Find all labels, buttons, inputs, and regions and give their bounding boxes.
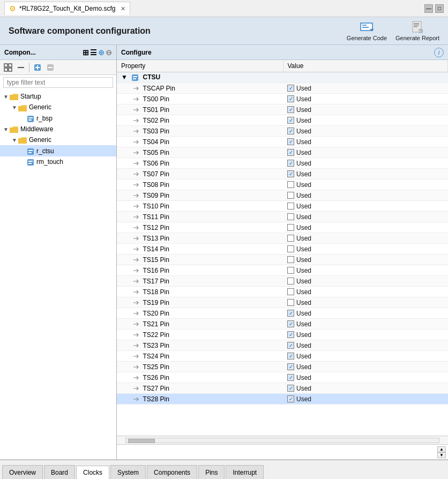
- table-row[interactable]: TS25 Pin Used: [117, 362, 448, 372]
- tree-toggle[interactable]: ▼: [2, 126, 10, 132]
- tree-item-r_ctsu[interactable]: r_ctsu: [0, 145, 116, 156]
- tab-overview[interactable]: Overview: [2, 465, 43, 479]
- checkbox[interactable]: [287, 288, 294, 295]
- value-cell[interactable]: Used: [283, 83, 448, 94]
- checkbox[interactable]: [287, 299, 294, 306]
- tree-toggle[interactable]: ▼: [11, 104, 18, 110]
- delete-button[interactable]: [44, 62, 56, 73]
- table-row[interactable]: TS18 Pin Used: [117, 287, 448, 297]
- value-cell[interactable]: Used: [283, 233, 448, 244]
- table-row[interactable]: TS06 Pin Used: [117, 158, 448, 169]
- table-row[interactable]: TS23 Pin Used: [117, 340, 448, 351]
- checkbox[interactable]: [287, 331, 294, 338]
- horizontal-scrollbar[interactable]: [117, 436, 448, 444]
- tree-item-generic1[interactable]: ▼ Generic: [0, 102, 116, 113]
- table-row[interactable]: TS24 Pin Used: [117, 351, 448, 362]
- tree-item-r_bsp[interactable]: r_bsp: [0, 113, 116, 124]
- table-row[interactable]: TS02 Pin Used: [117, 115, 448, 126]
- value-cell[interactable]: Used: [283, 244, 448, 255]
- value-cell[interactable]: Used: [283, 212, 448, 222]
- expand-all-button[interactable]: [2, 62, 14, 73]
- checkbox[interactable]: [287, 149, 294, 156]
- value-cell[interactable]: Used: [283, 372, 448, 383]
- checkbox[interactable]: [287, 310, 294, 317]
- checkbox[interactable]: [287, 213, 294, 220]
- checkbox[interactable]: [287, 245, 294, 252]
- info-icon[interactable]: i: [434, 48, 444, 57]
- table-row[interactable]: TS01 Pin Used: [117, 104, 448, 115]
- tab-components[interactable]: Components: [147, 465, 197, 479]
- close-tab-icon[interactable]: ✕: [121, 5, 125, 12]
- expand-icon[interactable]: ▼: [121, 73, 128, 81]
- value-cell[interactable]: Used: [283, 201, 448, 212]
- table-row[interactable]: TS07 Pin Used: [117, 169, 448, 179]
- checkbox[interactable]: [287, 278, 294, 285]
- checkbox[interactable]: [287, 320, 294, 327]
- table-row[interactable]: TS03 Pin Used: [117, 126, 448, 137]
- checkbox[interactable]: [287, 192, 294, 199]
- tab-interrupt[interactable]: Interrupt: [226, 465, 264, 479]
- checkbox[interactable]: [287, 160, 294, 167]
- checkbox[interactable]: [287, 138, 294, 145]
- tab-system[interactable]: System: [110, 465, 146, 479]
- table-row[interactable]: TS11 Pin Used: [117, 212, 448, 222]
- value-cell[interactable]: Used: [283, 265, 448, 276]
- component-view-icon[interactable]: ⊞: [83, 48, 89, 57]
- tab-board[interactable]: Board: [44, 465, 75, 479]
- value-cell[interactable]: Used: [283, 362, 448, 372]
- filter-input[interactable]: [3, 77, 113, 88]
- table-row[interactable]: TS14 Pin Used: [117, 244, 448, 255]
- tab[interactable]: ⚙ *RL78G22_Touch_Kit_Demo.scfg ✕: [4, 2, 130, 15]
- value-cell[interactable]: Used: [283, 394, 448, 405]
- checkbox[interactable]: [287, 267, 294, 274]
- table-row[interactable]: TS12 Pin Used: [117, 222, 448, 233]
- value-cell[interactable]: Used: [283, 319, 448, 330]
- table-row[interactable]: TS28 Pin Used: [117, 394, 448, 405]
- table-row[interactable]: TS08 Pin Used: [117, 179, 448, 190]
- value-cell[interactable]: Used: [283, 158, 448, 169]
- value-cell[interactable]: Used: [283, 190, 448, 201]
- checkbox[interactable]: [287, 374, 294, 381]
- list-view-icon[interactable]: ☰: [90, 48, 97, 57]
- checkbox[interactable]: [287, 224, 294, 231]
- table-row[interactable]: TS16 Pin Used: [117, 265, 448, 276]
- value-cell[interactable]: Used: [283, 137, 448, 147]
- property-table-container[interactable]: Property Value ▼ CTSU TSC: [117, 60, 448, 436]
- table-row[interactable]: TS10 Pin Used: [117, 201, 448, 212]
- tree-item-startup[interactable]: ▼ Startup: [0, 91, 116, 102]
- tree-item-rm_touch[interactable]: rm_touch: [0, 156, 116, 167]
- checkbox[interactable]: [287, 85, 294, 92]
- checkbox[interactable]: [287, 117, 294, 124]
- value-cell[interactable]: Used: [283, 104, 448, 115]
- checkbox[interactable]: [287, 170, 294, 177]
- tree-item-generic2[interactable]: ▼ Generic: [0, 134, 116, 145]
- maximize-button[interactable]: □: [435, 4, 444, 13]
- spin-down-button[interactable]: ▼: [437, 452, 446, 458]
- checkbox[interactable]: [287, 342, 294, 349]
- table-row[interactable]: TS09 Pin Used: [117, 190, 448, 201]
- tree-item-middleware[interactable]: ▼ Middleware: [0, 124, 116, 134]
- checkbox[interactable]: [287, 353, 294, 360]
- value-cell[interactable]: Used: [283, 297, 448, 308]
- spin-controls[interactable]: ▲ ▼: [437, 446, 446, 458]
- table-row[interactable]: TS21 Pin Used: [117, 319, 448, 330]
- collapse-all-button[interactable]: [15, 62, 27, 73]
- checkbox[interactable]: [287, 363, 294, 370]
- tab-clocks[interactable]: Clocks: [76, 466, 109, 479]
- value-cell[interactable]: Used: [283, 179, 448, 190]
- value-cell[interactable]: Used: [283, 330, 448, 340]
- checkbox[interactable]: [287, 256, 294, 263]
- table-row[interactable]: TS20 Pin Used: [117, 308, 448, 319]
- table-row[interactable]: TS19 Pin Used: [117, 297, 448, 308]
- generate-report-button[interactable]: Generate Report: [395, 21, 439, 41]
- table-row[interactable]: TSCAP Pin Used: [117, 83, 448, 94]
- value-cell[interactable]: Used: [283, 126, 448, 137]
- table-row[interactable]: TS17 Pin Used: [117, 276, 448, 287]
- table-row[interactable]: TS26 Pin Used: [117, 372, 448, 383]
- value-cell[interactable]: Used: [283, 115, 448, 126]
- value-cell[interactable]: Used: [283, 340, 448, 351]
- generate-code-button[interactable]: Generate Code: [347, 21, 387, 41]
- checkbox[interactable]: [287, 235, 294, 242]
- checkbox[interactable]: [287, 106, 294, 113]
- checkbox[interactable]: [287, 95, 294, 102]
